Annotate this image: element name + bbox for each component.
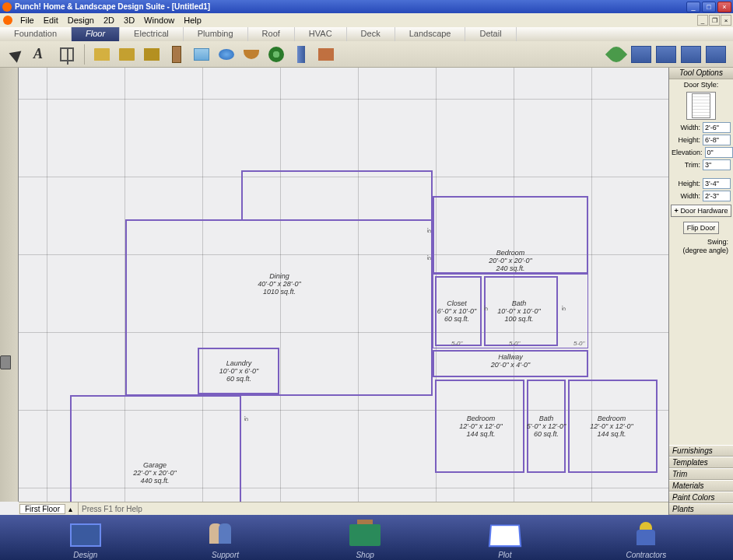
field-label: Elevation: [672,149,705,156]
view-2-button[interactable] [655,44,677,65]
tab-hvac[interactable]: HVAC [295,27,347,41]
tab-foundation[interactable]: Foundation [0,27,72,41]
launcher-plot[interactable]: Plot [486,521,524,559]
category-paint-colors[interactable]: Paint Colors [669,492,733,503]
room-label: Closet6'-0" x 10'-0"60 sq.ft. [437,299,476,323]
pointer-tool[interactable] [6,44,28,65]
field-row: Height: [669,134,733,146]
dim-mark: 5' [482,306,489,311]
title-bar: Punch! Home & Landscape Design Suite - [… [0,0,733,13]
category-trim[interactable]: Trim [669,468,733,480]
floor-selector[interactable]: First Floor [19,504,65,514]
ruler-handle[interactable] [0,355,11,369]
view-1-button[interactable] [630,44,652,65]
tab-electrical[interactable]: Electrical [120,27,184,41]
menu-help[interactable]: Help [179,16,206,25]
contractor-icon [635,522,657,548]
view-3-button[interactable] [680,44,702,65]
launcher-design[interactable]: Design [67,521,104,559]
trim-input[interactable] [703,159,731,170]
fan-tool[interactable] [265,44,287,65]
width-input[interactable] [703,191,731,201]
plant-tool[interactable] [605,44,627,65]
folder-tool-3[interactable] [141,44,163,65]
doc-close-button[interactable]: × [721,15,731,26]
maximize-button[interactable]: □ [702,2,716,12]
field-label: Height: [672,180,703,187]
dim-mark: 5' [243,417,250,422]
launcher-support[interactable]: Support [206,521,244,559]
menu-3d[interactable]: 3D [119,16,139,25]
menu-edit[interactable]: Edit [39,16,63,25]
flip-door-button[interactable]: Flip Door [683,222,720,234]
door-style-picker[interactable] [686,92,716,120]
window-tool[interactable] [191,44,212,65]
menu-design[interactable]: Design [63,16,99,25]
canvas-container: Dining40'-0" x 28'-0"1010 sq.ft.Garage22… [0,68,668,515]
room-dining-nook[interactable] [241,170,433,221]
doc-restore-button[interactable]: ❐ [709,15,720,26]
menu-window[interactable]: Window [139,16,179,25]
category-materials[interactable]: Materials [669,480,733,492]
field-label: Width: [672,124,703,131]
main-area: Dining40'-0" x 28'-0"1010 sq.ft.Garage22… [0,68,733,515]
design-canvas[interactable]: Dining40'-0" x 28'-0"1010 sq.ft.Garage22… [19,68,668,502]
door-tool[interactable] [166,44,188,65]
door-hardware-button[interactable]: + Door Hardware [671,205,732,217]
tab-landscape[interactable]: Landscape [395,27,466,41]
dim-mark: 5' [426,229,433,233]
door-style-label: Door Style: [669,79,733,90]
vertical-ruler[interactable] [0,68,19,502]
right-panel: Tool Options Door Style: Width:Height:El… [668,68,733,515]
status-help: Press F1 for Help [82,505,142,513]
dim-mark: 5-0" [451,340,462,347]
bowl-tool[interactable] [240,44,262,65]
field-label: Trim: [672,161,703,169]
dim-mark: 5-0" [573,340,584,347]
tab-roof[interactable]: Roof [248,27,295,41]
tab-deck[interactable]: Deck [347,27,395,41]
column-tool[interactable] [290,44,312,65]
room-label: Hallway20'-0" x 4'-0" [491,353,530,369]
dimension-tool[interactable] [56,44,78,65]
floor-dropdown-arrow[interactable]: ▴ [65,505,75,513]
room-garage[interactable] [70,395,241,515]
height-input[interactable] [703,178,731,189]
height-input[interactable] [703,135,731,145]
panel-title: Tool Options [669,68,733,79]
doc-minimize-button[interactable]: _ [697,15,708,26]
dim-mark: 5-0" [509,340,520,347]
app-icon [2,2,12,12]
tab-plumbing[interactable]: Plumbing [184,27,248,41]
elevation-input[interactable] [705,147,733,158]
tab-floor[interactable]: Floor [72,27,120,41]
dim-mark: 5' [426,256,433,261]
room-label: Bedroom20'-0" x 20'-0"240 sq.ft. [489,249,531,272]
category-plants[interactable]: Plants [669,503,733,515]
category-templates[interactable]: Templates [669,457,733,468]
design-icon [70,523,101,547]
window-title: Punch! Home & Landscape Design Suite - [… [15,2,686,11]
brick-tool[interactable] [315,44,337,65]
support-icon [209,523,240,547]
launcher-contractors[interactable]: Contractors [626,521,666,559]
status-bar: First Floor ▴ Press F1 for Help [19,502,668,515]
folder-tool-2[interactable] [116,44,138,65]
category-furnishings[interactable]: Furnishings [669,445,733,457]
close-button[interactable]: × [717,2,731,12]
room-label: Bath5'-0" x 12'-0"60 sq.ft. [527,415,566,438]
toolbar: A [0,41,733,68]
view-4-button[interactable] [705,44,727,65]
water-tool[interactable] [216,44,237,65]
field-label: Width: [672,192,703,200]
menu-file[interactable]: File [16,16,39,25]
launcher-shop[interactable]: Shop [346,521,384,559]
folder-tool-1[interactable] [91,44,113,65]
tab-detail[interactable]: Detail [465,27,516,41]
field-row: Trim: [669,159,733,171]
minimize-button[interactable]: _ [686,2,700,12]
menu-2d[interactable]: 2D [99,16,119,25]
text-tool[interactable]: A [31,44,53,65]
width-input[interactable] [703,122,731,133]
app-menu-icon [3,16,12,25]
